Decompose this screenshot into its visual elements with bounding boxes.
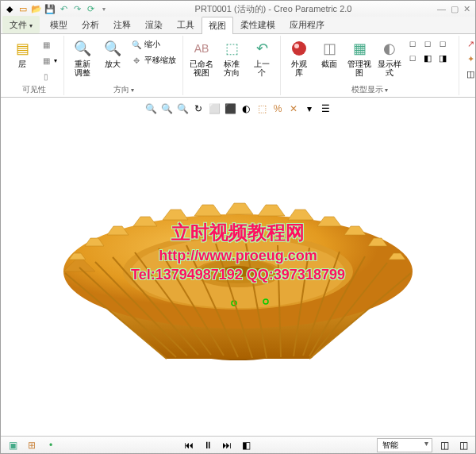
disp-style-button[interactable]: ◐ 显示样 式 — [376, 37, 403, 79]
vis-btn-1[interactable]: ▦ — [39, 37, 59, 52]
group-orientation: 🔍 重新 调整 🔍 放大 🔍缩小 ✥平移缩放 方向▾ — [64, 36, 183, 95]
chevron-down-icon[interactable]: ▾ — [98, 3, 109, 14]
zoomin-button[interactable]: 🔍 放大 — [99, 37, 126, 70]
group-model-display: 外观 库 ◫ 截面 ▦ 管理视图 ◐ 显示样 式 □ □ — [281, 36, 459, 95]
open-icon[interactable]: 📂 — [31, 3, 42, 14]
pan-button[interactable]: ✥平移缩放 — [129, 53, 178, 67]
tab-tools[interactable]: 工具 — [170, 16, 202, 33]
svg-rect-9 — [252, 268, 260, 275]
vt-shade-1[interactable]: ⬜ — [207, 102, 221, 116]
vt-datum-3[interactable]: ✕ — [286, 102, 301, 116]
vt-datum-1[interactable]: ⬚ — [255, 102, 269, 116]
status-icon-2[interactable]: ⊞ — [25, 438, 39, 452]
layer-icon: ▤ — [13, 39, 32, 58]
tab-view[interactable]: 视图 — [202, 17, 233, 34]
new-icon[interactable]: ▭ — [17, 3, 29, 14]
disp-icon-1[interactable]: □ — [406, 37, 419, 50]
layer-button[interactable]: ▤ 层 — [9, 37, 36, 70]
status-icon-1[interactable]: ▣ — [6, 438, 20, 452]
prev-icon: ↶ — [252, 39, 271, 58]
group-show: ↗ ⊞ △ ◐ ✦ ☼ ⬚ ⬚ ◫ ◫ 显示▾ — [459, 36, 476, 95]
manage-views-button[interactable]: ▦ 管理视图 — [346, 37, 373, 79]
maximize-button[interactable]: ▢ — [451, 4, 459, 14]
window-title: PRT0001 (活动的) - Creo Parametric 2.0 — [109, 3, 437, 15]
status-dot-icon[interactable]: • — [44, 438, 58, 452]
undo-icon[interactable]: ↶ — [58, 3, 69, 14]
svg-point-0 — [292, 41, 306, 56]
ribbon: ▤ 层 ▦ ▦▾ ▯ 可见性 🔍 重新 调整 🔍 放大 — [1, 34, 475, 98]
show-icon-9[interactable]: ◫ — [464, 67, 476, 80]
section-button[interactable]: ◫ 截面 — [316, 37, 343, 70]
vt-zoom-in[interactable]: 🔍 — [159, 102, 174, 116]
svg-point-1 — [294, 44, 299, 48]
vt-shade-2[interactable]: ⬛ — [223, 102, 237, 116]
tab-apps[interactable]: 应用程序 — [282, 16, 332, 33]
tab-flex[interactable]: 柔性建模 — [233, 16, 282, 33]
regen-icon[interactable]: ⟳ — [85, 3, 96, 14]
refit-icon: 🔍 — [73, 39, 92, 58]
save-icon[interactable]: 💾 — [44, 3, 56, 14]
group-views: AB 已命名 视图 ⬚ 标准 方向 ↶ 上一 个 — [183, 36, 281, 95]
saved-views-icon: AB — [192, 39, 211, 58]
cube-icon: ⬚ — [222, 39, 241, 58]
selection-filter[interactable]: 智能 — [377, 438, 432, 452]
disp-icon-2[interactable]: □ — [421, 37, 434, 50]
viewport[interactable]: 🔍 🔍 🔍 ↻ ⬜ ⬛ ◐ ⬚ % ✕ ▾ ☰ — [1, 98, 475, 436]
zoomout-button[interactable]: 🔍缩小 — [129, 37, 178, 52]
tab-model[interactable]: 模型 — [43, 16, 75, 33]
disp-icon-6[interactable]: ◨ — [436, 52, 449, 64]
status-end-icon-1[interactable]: ◫ — [437, 438, 451, 452]
status-prev-icon[interactable]: ⏮ — [182, 438, 196, 452]
vis-btn-2[interactable]: ▦▾ — [39, 53, 59, 67]
refit-button[interactable]: 🔍 重新 调整 — [69, 37, 96, 79]
std-orient-button[interactable]: ⬚ 标准 方向 — [218, 37, 245, 79]
window-controls: — ▢ ✕ — [437, 4, 472, 14]
tab-annotate[interactable]: 注释 — [106, 16, 138, 33]
minimize-button[interactable]: — — [437, 4, 446, 14]
appearance-button[interactable]: 外观 库 — [286, 37, 313, 79]
vt-datum-2[interactable]: % — [271, 102, 285, 116]
style-icon: ◐ — [380, 39, 399, 58]
tab-analysis[interactable]: 分析 — [75, 16, 106, 33]
vt-zoom-fit[interactable]: 🔍 — [144, 102, 158, 116]
model-area[interactable]: 立时视频教程网 http://www.proeug.com Tel:137949… — [1, 118, 475, 436]
group-visibility: ▤ 层 ▦ ▦▾ ▯ 可见性 — [4, 36, 64, 95]
redo-icon[interactable]: ↷ — [71, 3, 83, 14]
status-pause-icon[interactable]: ⏸ — [201, 438, 215, 452]
vt-shade-3[interactable]: ◐ — [239, 102, 253, 116]
prev-orient-button[interactable]: ↶ 上一 个 — [248, 37, 275, 79]
sphere-icon — [290, 39, 309, 58]
status-sel-icon[interactable]: ◧ — [239, 438, 253, 452]
section-icon: ◫ — [320, 39, 339, 58]
vt-dd[interactable]: ▾ — [302, 102, 317, 116]
app-icon: ◆ — [4, 3, 15, 14]
show-icon-5[interactable]: ✦ — [464, 52, 476, 65]
manage-icon: ▦ — [350, 39, 369, 58]
status-end-icon-2[interactable]: ◫ — [456, 438, 470, 452]
tab-render[interactable]: 渲染 — [138, 16, 170, 33]
disp-icon-4[interactable]: □ — [406, 52, 419, 64]
gear-model[interactable] — [48, 148, 428, 434]
zoom-in-icon: 🔍 — [103, 39, 122, 58]
close-button[interactable]: ✕ — [463, 4, 470, 14]
tab-file[interactable]: 文件 ▾ — [2, 16, 40, 33]
disp-icon-3[interactable]: □ — [436, 37, 449, 50]
vt-zoom-out[interactable]: 🔍 — [175, 102, 190, 116]
show-icon-1[interactable]: ↗ — [464, 37, 476, 50]
disp-icon-5[interactable]: ◧ — [421, 52, 434, 64]
saved-views-button[interactable]: AB 已命名 视图 — [188, 37, 215, 79]
app-window: ◆ ▭ 📂 💾 ↶ ↷ ⟳ ▾ PRT0001 (活动的) - Creo Par… — [0, 0, 476, 454]
viewport-toolbar: 🔍 🔍 🔍 ↻ ⬜ ⬛ ◐ ⬚ % ✕ ▾ ☰ — [1, 99, 475, 118]
vis-btn-3[interactable]: ▯ — [39, 69, 59, 83]
title-bar: ◆ ▭ 📂 💾 ↶ ↷ ⟳ ▾ PRT0001 (活动的) - Creo Par… — [1, 1, 475, 17]
ribbon-tabs: 文件 ▾ 模型 分析 注释 渲染 工具 视图 柔性建模 应用程序 — [1, 17, 475, 34]
status-bar: ▣ ⊞ • ⏮ ⏸ ⏭ ◧ 智能 ◫ ◫ — [1, 436, 475, 453]
vt-more[interactable]: ☰ — [318, 102, 332, 116]
vt-refit[interactable]: ↻ — [191, 102, 205, 116]
status-next-icon[interactable]: ⏭ — [220, 438, 234, 452]
quick-access: ◆ ▭ 📂 💾 ↶ ↷ ⟳ ▾ — [4, 3, 109, 14]
